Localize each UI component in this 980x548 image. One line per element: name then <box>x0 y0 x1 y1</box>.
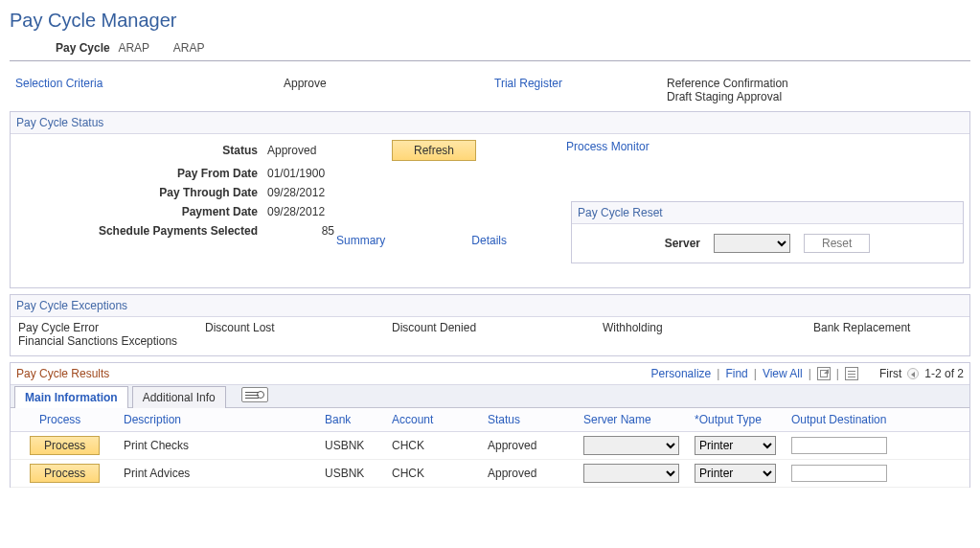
exc-discount-lost: Discount Lost <box>205 321 392 334</box>
first-label: First <box>879 367 901 380</box>
prev-page-icon[interactable] <box>907 368 919 379</box>
paycycle-code: ARAP <box>118 41 149 55</box>
col-server-name[interactable]: Server Name <box>576 408 687 432</box>
pay-cycle-status-title: Pay Cycle Status <box>11 112 969 134</box>
refresh-button[interactable]: Refresh <box>392 140 476 161</box>
pay-through-date-label: Pay Through Date <box>18 186 267 199</box>
divider <box>10 60 970 61</box>
table-row: Process Print Checks USBNK CHCK Approved… <box>11 432 969 460</box>
details-link[interactable]: Details <box>471 234 507 247</box>
pay-cycle-results-title: Pay Cycle Results <box>16 367 109 380</box>
pay-cycle-exceptions-section: Pay Cycle Exceptions Pay Cycle Error Dis… <box>10 294 970 356</box>
paycycle-label: Pay Cycle <box>56 41 110 55</box>
status-value: Approved <box>267 144 392 157</box>
output-type-select[interactable]: Printer <box>695 464 776 483</box>
range-label: 1-2 of 2 <box>924 367 964 380</box>
summary-link[interactable]: Summary <box>336 234 385 247</box>
paycycle-desc: ARAP <box>173 41 205 55</box>
nav-links: Selection Criteria Approve Trial Registe… <box>10 67 970 111</box>
reference-confirmation-text: Reference Confirmation <box>667 77 788 90</box>
cell-description: Print Advices <box>116 460 317 488</box>
exc-financial-sanctions: Financial Sanctions Exceptions <box>18 334 306 348</box>
exc-discount-denied: Discount Denied <box>392 321 603 334</box>
col-output-destination[interactable]: Output Destination <box>784 408 969 432</box>
cell-account: CHCK <box>384 432 480 460</box>
payment-date-label: Payment Date <box>18 205 267 218</box>
pay-cycle-exceptions-title: Pay Cycle Exceptions <box>11 295 969 317</box>
col-status[interactable]: Status <box>480 408 576 432</box>
popout-icon[interactable] <box>817 367 831 380</box>
find-link[interactable]: Find <box>725 367 747 380</box>
process-button[interactable]: Process <box>30 464 100 483</box>
exc-withholding: Withholding <box>603 321 813 334</box>
col-bank[interactable]: Bank <box>317 408 384 432</box>
table-row: Process Print Advices USBNK CHCK Approve… <box>11 460 969 488</box>
cell-status: Approved <box>480 432 576 460</box>
col-description[interactable]: Description <box>116 408 317 432</box>
status-label: Status <box>18 144 267 157</box>
reset-button[interactable]: Reset <box>804 234 870 253</box>
exc-pay-cycle-error: Pay Cycle Error <box>18 321 205 334</box>
cell-account: CHCK <box>384 460 480 488</box>
exc-bank-replacement: Bank Replacement <box>813 321 947 334</box>
pay-cycle-status-section: Pay Cycle Status Process Monitor Status … <box>10 111 970 288</box>
tab-show-all-icon[interactable] <box>236 385 274 407</box>
paycycle-header: Pay Cycle ARAP ARAP <box>56 41 970 55</box>
col-output-type[interactable]: *Output Type <box>687 408 784 432</box>
server-name-select[interactable] <box>583 436 679 455</box>
output-type-select[interactable]: Printer <box>695 436 776 455</box>
pay-from-date-label: Pay From Date <box>18 167 267 180</box>
process-monitor-link[interactable]: Process Monitor <box>566 140 650 153</box>
cell-description: Print Checks <box>116 432 317 460</box>
pay-cycle-results-section: Pay Cycle Results Personalize | Find | V… <box>10 362 970 488</box>
trial-register-link[interactable]: Trial Register <box>494 77 562 90</box>
pay-cycle-reset-title: Pay Cycle Reset <box>572 202 963 224</box>
grid-header-row: Process Description Bank Account Status … <box>11 408 969 432</box>
col-process[interactable]: Process <box>11 408 116 432</box>
page-title: Pay Cycle Manager <box>10 10 970 32</box>
grid-settings-icon[interactable] <box>845 367 858 380</box>
sched-payments-label: Schedule Payments Selected <box>18 224 267 238</box>
cell-status: Approved <box>480 460 576 488</box>
server-select[interactable] <box>714 234 790 253</box>
view-all-link[interactable]: View All <box>763 367 803 380</box>
cell-bank: USBNK <box>317 432 384 460</box>
expand-columns-icon <box>241 387 268 402</box>
col-account[interactable]: Account <box>384 408 480 432</box>
draft-staging-approval-text: Draft Staging Approval <box>667 90 782 103</box>
server-name-select[interactable] <box>583 464 679 483</box>
tab-additional-info[interactable]: Additional Info <box>132 386 226 408</box>
pay-cycle-reset-box: Pay Cycle Reset Server Reset <box>571 201 964 263</box>
personalize-link[interactable]: Personalize <box>651 367 712 380</box>
cell-bank: USBNK <box>317 460 384 488</box>
pay-through-date-value: 09/28/2012 <box>267 186 392 199</box>
results-grid: Process Description Bank Account Status … <box>11 408 969 488</box>
output-destination-input[interactable] <box>791 437 887 454</box>
payment-date-value: 09/28/2012 <box>267 205 392 218</box>
approve-text: Approve <box>284 77 327 90</box>
output-destination-input[interactable] <box>791 465 887 482</box>
process-button[interactable]: Process <box>30 436 100 455</box>
pay-from-date-value: 01/01/1900 <box>267 167 392 180</box>
selection-criteria-link[interactable]: Selection Criteria <box>15 77 103 90</box>
results-tabs: Main Information Additional Info <box>11 385 969 408</box>
tab-main-information[interactable]: Main Information <box>14 386 128 408</box>
results-toolbar: Personalize | Find | View All | | First … <box>651 367 964 380</box>
server-label: Server <box>665 237 700 250</box>
